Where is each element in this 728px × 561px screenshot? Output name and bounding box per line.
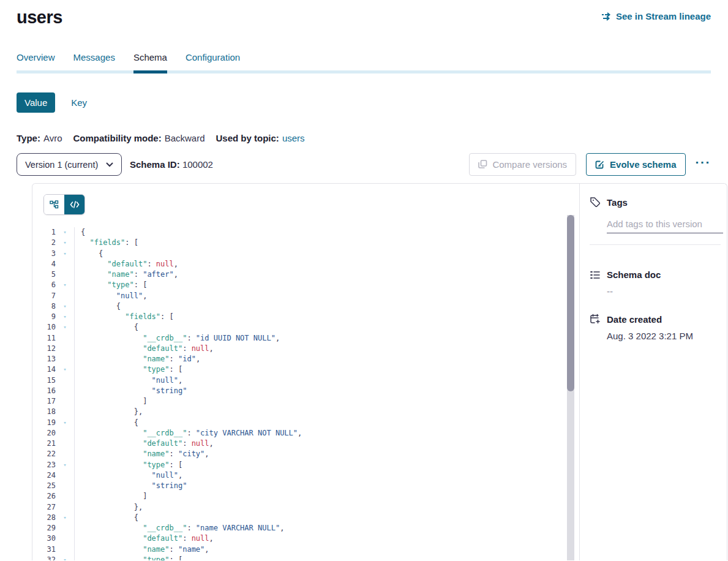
fold-arrow-icon[interactable]: ▾ <box>56 418 75 428</box>
chevron-down-icon <box>106 162 113 167</box>
fold-gutter <box>56 291 75 301</box>
code-line: 7 "null", <box>32 291 579 301</box>
tab-configuration[interactable]: Configuration <box>186 52 240 70</box>
tab-messages[interactable]: Messages <box>73 52 115 70</box>
code-line: 20 "__crdb__": "city VARCHAR NOT NULL", <box>32 428 579 439</box>
more-actions-button[interactable]: ··· <box>696 159 711 170</box>
code-view-button[interactable] <box>64 195 84 214</box>
compat-label: Compatibility mode: <box>73 133 161 143</box>
schema-doc-heading-row: Schema doc <box>590 269 721 280</box>
calendar-add-icon <box>590 314 601 325</box>
stream-lineage-label: See in Stream lineage <box>616 11 711 21</box>
fold-arrow-icon[interactable]: ▾ <box>56 364 75 375</box>
topic-link[interactable]: users <box>282 133 305 143</box>
editor-scrollbar-track[interactable] <box>567 215 574 560</box>
code-line: 31 "name": "name", <box>32 544 579 555</box>
code-line: 1▾{ <box>32 227 579 238</box>
code-line: 32▾ "type": [ <box>32 555 579 560</box>
tags-heading: Tags <box>607 197 628 208</box>
fold-gutter <box>56 333 75 344</box>
code-line: 14▾ "type": [ <box>32 364 579 375</box>
fold-gutter <box>56 439 75 449</box>
code-line: 27 }, <box>32 502 579 513</box>
fold-arrow-icon[interactable]: ▾ <box>56 513 75 523</box>
code-line: 8▾ { <box>32 301 579 312</box>
fold-gutter <box>56 470 75 481</box>
code-line: 12 "default": null, <box>32 344 579 354</box>
value-toggle-button[interactable]: Value <box>17 92 55 113</box>
fold-gutter <box>56 354 75 364</box>
version-select-value: Version 1 (current) <box>25 160 98 170</box>
tree-view-button[interactable] <box>44 195 64 214</box>
schema-doc-heading: Schema doc <box>607 269 661 280</box>
editor-scrollbar-thumb[interactable] <box>567 215 574 391</box>
code-line: 6▾ "type": [ <box>32 280 579 290</box>
fold-arrow-icon[interactable]: ▾ <box>56 555 75 560</box>
stream-lineage-link[interactable]: See in Stream lineage <box>601 11 711 21</box>
fold-gutter <box>56 259 75 269</box>
tab-overview[interactable]: Overview <box>17 52 55 70</box>
fold-gutter <box>56 344 75 354</box>
evolve-schema-button[interactable]: Evolve schema <box>586 153 685 176</box>
fold-arrow-icon[interactable]: ▾ <box>56 312 75 322</box>
fold-gutter <box>56 449 75 459</box>
code-line: 16 "string" <box>32 386 579 396</box>
fold-arrow-icon[interactable]: ▾ <box>56 238 75 248</box>
sidebar-divider <box>590 244 721 245</box>
code-line: 18 }, <box>32 407 579 417</box>
fold-arrow-icon[interactable]: ▾ <box>56 280 75 290</box>
code-lines[interactable]: 1▾{2▾ "fields": [3▾ {4 "default": null,5… <box>32 227 579 560</box>
key-toggle-link[interactable]: Key <box>71 97 87 108</box>
fold-arrow-icon[interactable]: ▾ <box>56 249 75 259</box>
code-view-icon <box>70 201 80 208</box>
schema-card: 1▾{2▾ "fields": [3▾ {4 "default": null,5… <box>32 183 727 560</box>
code-line: 15 "null", <box>32 375 579 386</box>
topic-tabs: Overview Messages Schema Configuration <box>17 52 711 73</box>
value-key-toggle: Value Key <box>17 92 711 113</box>
code-line: 13 "name": "id", <box>32 354 579 364</box>
schema-page: users See in Stream lineage Overview Mes… <box>0 0 728 560</box>
fold-arrow-icon[interactable]: ▾ <box>56 460 75 470</box>
fold-gutter <box>56 396 75 407</box>
schema-doc-value: -- <box>607 286 721 296</box>
view-toggle <box>43 194 85 215</box>
stream-lineage-icon <box>601 12 612 21</box>
fold-gutter <box>56 533 75 544</box>
code-line: 3▾ { <box>32 249 579 259</box>
code-line: 24 "null", <box>32 470 579 481</box>
tag-icon <box>590 197 601 208</box>
code-line: 2▾ "fields": [ <box>32 238 579 248</box>
code-line: 29 "__crdb__": "name VARCHAR NULL", <box>32 523 579 533</box>
code-line: 23▾ "type": [ <box>32 460 579 470</box>
copy-icon <box>478 160 487 169</box>
code-line: 30 "default": null, <box>32 533 579 544</box>
fold-gutter <box>56 544 75 555</box>
tab-schema[interactable]: Schema <box>133 52 167 70</box>
fold-arrow-icon[interactable]: ▾ <box>56 227 75 238</box>
type-label: Type: <box>17 133 40 143</box>
code-line: 10▾ { <box>32 322 579 333</box>
fold-arrow-icon[interactable]: ▾ <box>56 322 75 333</box>
fold-gutter <box>56 269 75 280</box>
fold-gutter <box>56 502 75 513</box>
compat-value: Backward <box>165 133 205 143</box>
code-line: 17 ] <box>32 396 579 407</box>
version-select[interactable]: Version 1 (current) <box>17 153 122 176</box>
type-value: Avro <box>43 133 62 143</box>
fold-gutter <box>56 491 75 502</box>
tags-input[interactable] <box>607 217 723 233</box>
code-line: 19▾ { <box>32 418 579 428</box>
compare-versions-button[interactable]: Compare versions <box>469 153 576 176</box>
code-line: 11 "__crdb__": "id UUID NOT NULL", <box>32 333 579 344</box>
fold-gutter <box>56 523 75 533</box>
code-line: 9▾ "fields": [ <box>32 312 579 322</box>
fold-arrow-icon[interactable]: ▾ <box>56 301 75 312</box>
topic-label: Used by topic: <box>216 133 279 143</box>
code-line: 21 "default": null, <box>32 439 579 449</box>
code-line: 25 "string" <box>32 481 579 491</box>
schema-meta-row: Type: Avro Compatibility mode: Backward … <box>17 133 711 143</box>
code-line: 4 "default": null, <box>32 259 579 269</box>
list-icon <box>590 270 601 280</box>
tags-heading-row: Tags <box>590 197 721 208</box>
fold-gutter <box>56 407 75 417</box>
